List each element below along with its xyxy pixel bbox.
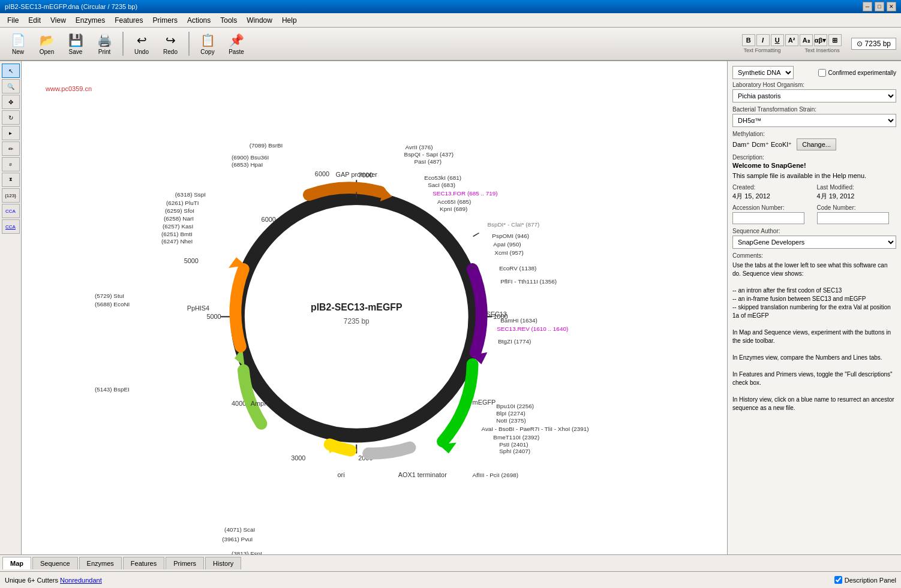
italic-button[interactable]: I [756, 34, 770, 46]
svg-text:SEC13.REV (1610 .. 1640): SEC13.REV (1610 .. 1640) [497, 325, 568, 332]
circle-icon: ⊙ [857, 40, 863, 48]
toolbar-right: B I U A² A₂ αβ▾ ⊞ Text Formatting Text I… [742, 34, 896, 53]
menu-features[interactable]: Features [110, 15, 148, 26]
accession-input[interactable] [732, 212, 804, 224]
last-modified-date: 4月 19, 2012 [817, 192, 897, 201]
window-controls: ─ □ ✕ [863, 2, 896, 11]
svg-text:(7089) BsrBI: (7089) BsrBI [250, 142, 283, 149]
svg-text:ori: ori [338, 471, 345, 478]
open-icon: 📂 [40, 33, 55, 47]
redo-icon: ↪ [166, 33, 176, 47]
svg-text:SacI (683): SacI (683) [428, 182, 455, 188]
svg-text:(5688) EcoNI: (5688) EcoNI [95, 301, 130, 307]
superscript-button[interactable]: A² [785, 34, 798, 46]
bp-display: ⊙ 7235 bp [851, 38, 896, 50]
svg-text:(6259) SfoI: (6259) SfoI [165, 207, 194, 214]
lab-host-row: Laboratory Host Organism: Pichia pastori… [732, 82, 896, 102]
print-button[interactable]: 🖨️ Print [91, 30, 118, 58]
svg-text:(6258) NarI: (6258) NarI [164, 215, 194, 222]
text-format-buttons: B I U A² A₂ αβ▾ ⊞ [742, 34, 842, 46]
save-button[interactable]: 💾 Save [62, 30, 89, 58]
plasmid-map[interactable]: 7000 2000 5000 1000 6000 6000 5000 3000 … [22, 61, 727, 554]
confirmed-experimentally-checkbox[interactable] [818, 69, 826, 77]
svg-text:BamHI (1634): BamHI (1634) [500, 317, 537, 324]
undo-button[interactable]: ↩ Undo [128, 30, 155, 58]
menu-primers[interactable]: Primers [148, 15, 182, 26]
nonredundant-link[interactable]: Nonredundant [60, 577, 102, 584]
minimize-button[interactable]: ─ [863, 2, 872, 11]
methylation-row: Methylation: Dam⁺ Dcm⁺ EcoKI⁺ Change... [732, 131, 896, 150]
special-insert-button[interactable]: ⊞ [828, 34, 842, 46]
code-label: Code Number: [817, 204, 897, 211]
menu-help[interactable]: Help [277, 15, 302, 26]
rotate-tool-button[interactable]: ↻ [2, 110, 20, 125]
svg-text:7235 bp: 7235 bp [344, 317, 370, 325]
numbers-tool-button[interactable]: # [2, 157, 20, 171]
tab-map[interactable]: Map [2, 557, 31, 569]
toggle-tool-button[interactable]: ⧗ [2, 173, 20, 187]
svg-text:6000: 6000 [262, 216, 276, 223]
feature-tool-button[interactable]: ► [2, 126, 20, 140]
svg-text:Acc65I (685): Acc65I (685) [437, 198, 471, 205]
accession-row: Accession Number: Code Number: [732, 204, 896, 224]
paste-button[interactable]: 📌 Paste [223, 30, 250, 58]
svg-text:AOX1 terminator: AOX1 terminator [398, 471, 447, 478]
author-label: Sequence Author: [732, 228, 896, 234]
tab-primers[interactable]: Primers [166, 557, 204, 569]
last-modified-section: Last Modified: 4月 19, 2012 [817, 184, 897, 201]
description-panel-checkbox[interactable] [834, 576, 842, 584]
svg-text:5000: 5000 [206, 313, 221, 320]
menu-actions[interactable]: Actions [182, 15, 215, 26]
svg-text:(6900) Bsu36I: (6900) Bsu36I [232, 154, 269, 161]
svg-text:(6853) HpaI: (6853) HpaI [232, 161, 263, 168]
dna-type-select[interactable]: Synthetic DNA [732, 66, 794, 79]
svg-text:(6318) SspI: (6318) SspI [175, 191, 206, 198]
map-area[interactable]: www.pc0359.cn 7000 2000 5000 1000 6000 6… [22, 61, 727, 554]
tab-enzymes[interactable]: Enzymes [79, 557, 122, 569]
bold-button[interactable]: B [742, 34, 755, 46]
bacterial-select[interactable]: DH5α™ [732, 114, 896, 127]
alpha-button[interactable]: αβ▾ [814, 34, 827, 46]
redo-button[interactable]: ↪ Redo [157, 30, 184, 58]
zoom-tool-button[interactable]: 🔍 [2, 79, 20, 94]
highlight-tool-button[interactable]: CCA [2, 219, 20, 234]
tab-history[interactable]: History [205, 557, 241, 569]
edit-tool-button[interactable]: ✏ [2, 141, 20, 156]
svg-text:AflIII - PciI (2698): AflIII - PciI (2698) [473, 472, 519, 478]
underline-button[interactable]: U [771, 34, 784, 46]
tab-sequence[interactable]: Sequence [32, 557, 78, 569]
move-tool-button[interactable]: ✥ [2, 95, 20, 109]
author-select[interactable]: SnapGene Developers [732, 236, 896, 249]
open-button[interactable]: 📂 Open [34, 30, 60, 58]
svg-text:(6247) NheI: (6247) NheI [161, 238, 193, 245]
select-tool-button[interactable]: ↖ [2, 64, 20, 78]
lab-host-select[interactable]: Pichia pastoris [732, 89, 896, 102]
accession-label: Accession Number: [732, 204, 812, 211]
new-button[interactable]: 📄 New [5, 30, 31, 58]
copy-button[interactable]: 📋 Copy [194, 30, 221, 58]
menu-file[interactable]: File [2, 15, 23, 26]
svg-text:(5729) StuI: (5729) StuI [95, 293, 124, 299]
123-tool-button[interactable]: {123} [2, 188, 20, 203]
menu-enzymes[interactable]: Enzymes [71, 15, 110, 26]
subscript-button[interactable]: A₂ [800, 34, 813, 46]
close-button[interactable]: ✕ [887, 2, 896, 11]
menu-tools[interactable]: Tools [215, 15, 242, 26]
created-section: Created: 4月 15, 2012 [732, 184, 812, 201]
maximize-button[interactable]: □ [875, 2, 884, 11]
menu-view[interactable]: View [46, 15, 71, 26]
tab-features[interactable]: Features [123, 557, 164, 569]
toolbar: 📄 New 📂 Open 💾 Save 🖨️ Print ↩ Undo ↪ Re… [0, 28, 901, 61]
svg-text:BmeT110I (2392): BmeT110I (2392) [493, 434, 539, 441]
code-input[interactable] [817, 212, 889, 224]
svg-text:mEGFP: mEGFP [473, 399, 496, 406]
svg-text:(3961) PvuI: (3961) PvuI [222, 536, 253, 542]
menu-edit[interactable]: Edit [23, 15, 46, 26]
svg-text:(3813) FspI: (3813) FspI [232, 550, 262, 554]
svg-text:XcmI (957): XcmI (957) [494, 249, 523, 256]
menu-window[interactable]: Window [242, 15, 277, 26]
code-section: Code Number: [817, 204, 897, 224]
change-button[interactable]: Change... [797, 138, 836, 150]
codon-tool-button[interactable]: CCA [2, 204, 20, 218]
description-text: This sample file is available in the Hel… [732, 171, 896, 180]
